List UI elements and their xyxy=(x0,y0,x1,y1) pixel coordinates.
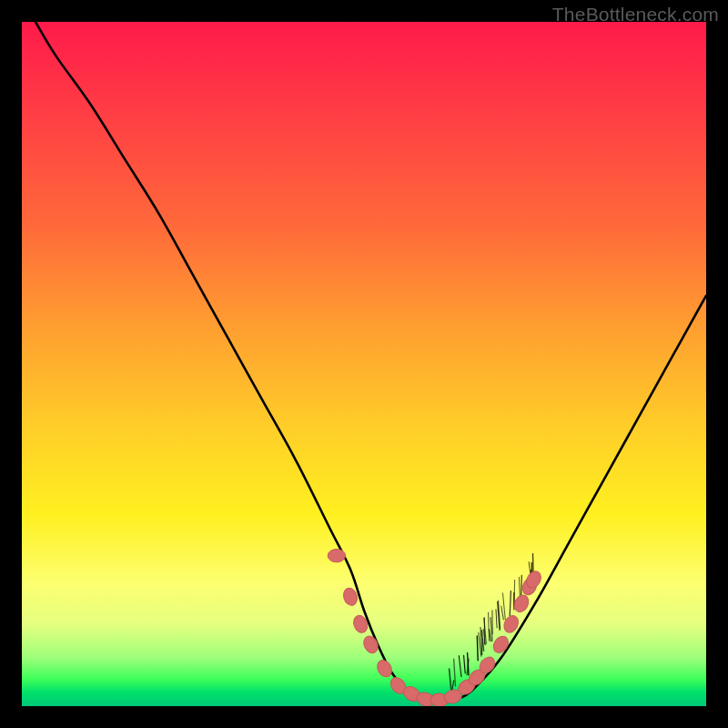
plot-gradient-area xyxy=(22,22,706,706)
outer-frame: TheBottleneck.com xyxy=(0,0,728,728)
watermark-text: TheBottleneck.com xyxy=(552,4,719,25)
